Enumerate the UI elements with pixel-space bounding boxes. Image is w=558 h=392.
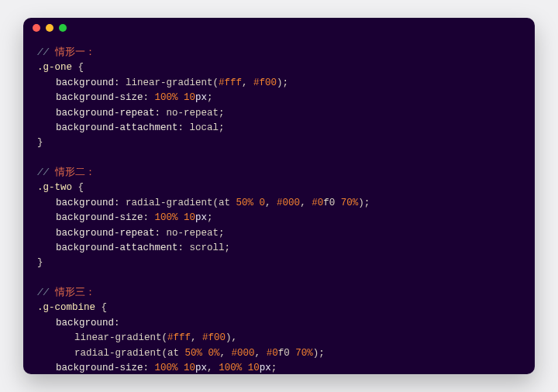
code-scroll-area[interactable]: // 情形一：.g-one {background: linear-gradie… <box>23 38 535 374</box>
code-line: linear-gradient(#fff, #f00), <box>37 331 529 346</box>
code-line: // 情形一： <box>37 46 529 60</box>
code-line: } <box>37 136 529 150</box>
code-line: background-repeat: no-repeat; <box>37 226 529 241</box>
code-line: background: linear-gradient(#fff, #f00); <box>37 76 529 91</box>
code-line: background-attachment: local; <box>37 121 529 136</box>
code-line: .g-one { <box>37 60 529 75</box>
code-line: } <box>37 256 529 270</box>
close-dot[interactable] <box>33 24 40 32</box>
minimize-dot[interactable] <box>46 24 53 32</box>
code-line <box>37 271 529 286</box>
code-line: // 情形三： <box>37 286 529 301</box>
window-titlebar <box>23 18 535 38</box>
code-line: background-attachment: scroll; <box>37 241 529 256</box>
code-line: // 情形二： <box>37 166 529 181</box>
code-line: background: <box>37 316 529 331</box>
code-line: background: radial-gradient(at 50% 0, #0… <box>37 196 529 211</box>
code-window: // 情形一：.g-one {background: linear-gradie… <box>23 18 535 374</box>
code-block: // 情形一：.g-one {background: linear-gradie… <box>37 46 529 374</box>
code-line: .g-combine { <box>37 301 529 315</box>
zoom-dot[interactable] <box>59 24 67 32</box>
code-line: radial-gradient(at 50% 0%, #000, #0f0 70… <box>37 346 529 361</box>
code-line: background-size: 100% 10px; <box>37 91 529 105</box>
code-line: .g-two { <box>37 181 529 195</box>
code-line: background-size: 100% 10px; <box>37 211 529 225</box>
code-line <box>37 151 529 166</box>
code-line: background-repeat: no-repeat; <box>37 106 529 121</box>
code-line: background-size: 100% 10px, 100% 10px; <box>37 361 529 374</box>
